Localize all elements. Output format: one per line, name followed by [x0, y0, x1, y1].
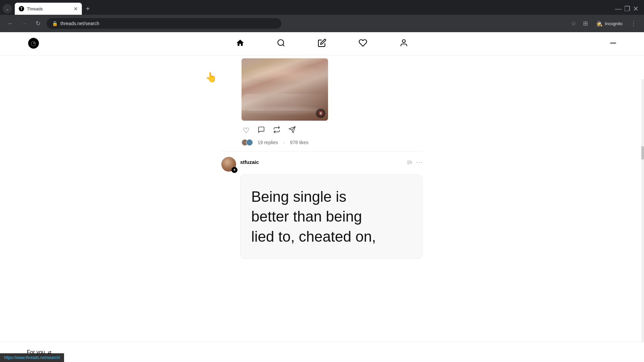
follow-button[interactable]: +: [231, 167, 237, 173]
comment-button[interactable]: [256, 125, 266, 136]
mute-button[interactable]: 🔇: [316, 109, 325, 118]
post2-content: Being single is better than being lied t…: [240, 174, 423, 259]
status-bar: https://www.threads.net/search/: [0, 353, 64, 362]
window-close-button[interactable]: ✕: [633, 5, 639, 13]
nav-search-button[interactable]: [274, 36, 288, 52]
replies-count: 19 replies: [258, 140, 278, 145]
user-avatar-container: +: [221, 157, 236, 172]
post-stats: 19 replies · 978 likes: [241, 139, 423, 146]
refresh-button[interactable]: ↻: [34, 18, 43, 29]
tab-favicon: T: [19, 6, 24, 11]
post2-text-card: Being single is better than being lied t…: [240, 174, 423, 259]
share-button[interactable]: [287, 125, 297, 136]
url-text: threads.net/search: [60, 21, 99, 26]
post-image-area: 🔇: [241, 58, 423, 121]
tab-title: Threads: [27, 6, 71, 11]
svg-point-1: [402, 40, 406, 43]
back-button[interactable]: ←: [5, 18, 15, 29]
new-tab-button[interactable]: +: [83, 4, 93, 14]
incognito-badge: 🕵 Incognito: [593, 19, 626, 28]
nav-profile-button[interactable]: [397, 36, 411, 52]
nav-activity-button[interactable]: [356, 36, 370, 52]
post-1: 🔇 ♡: [221, 56, 423, 152]
post-actions: ♡: [241, 125, 423, 136]
browser-tab[interactable]: T Threads ✕: [15, 3, 82, 15]
window-minimize-button[interactable]: —: [615, 5, 622, 13]
post2-username[interactable]: stfuzaic: [240, 159, 259, 165]
scrollbar-thumb[interactable]: [641, 146, 644, 160]
post2-time: 1h: [407, 160, 412, 165]
menu-button[interactable]: ⋮: [629, 18, 639, 29]
likes-count: 978 likes: [290, 140, 309, 145]
tab-close-button[interactable]: ✕: [73, 6, 78, 12]
menu-hamburger-button[interactable]: [609, 39, 617, 49]
stat-avatar-2: [246, 139, 253, 146]
status-url: https://www.threads.net/search/: [4, 355, 60, 360]
threads-logo[interactable]: [27, 37, 40, 51]
like-button[interactable]: ♡: [241, 125, 251, 136]
stat-separator: ·: [283, 140, 285, 145]
repost-button[interactable]: [272, 125, 282, 136]
extension-button[interactable]: ⊞: [581, 18, 590, 29]
scrollbar[interactable]: [641, 79, 644, 362]
post2-text: Being single is better than being lied t…: [251, 187, 412, 246]
nav-compose-button[interactable]: [315, 36, 329, 52]
nav-home-button[interactable]: [233, 36, 247, 52]
svg-rect-2: [610, 43, 616, 43]
bottom-nav: For you ⇄: [0, 342, 644, 362]
bookmark-button[interactable]: ☆: [569, 18, 578, 29]
forward-button[interactable]: →: [19, 18, 30, 29]
post2-more-button[interactable]: ···: [416, 158, 423, 166]
svg-point-0: [278, 40, 283, 45]
post-2: + stfuzaic 1h ···: [221, 152, 423, 264]
address-bar[interactable]: 🔒 threads.net/search: [47, 18, 281, 29]
window-maximize-button[interactable]: ❐: [624, 5, 630, 13]
post-image: 🔇: [241, 58, 328, 121]
threads-navbar: [0, 32, 644, 56]
